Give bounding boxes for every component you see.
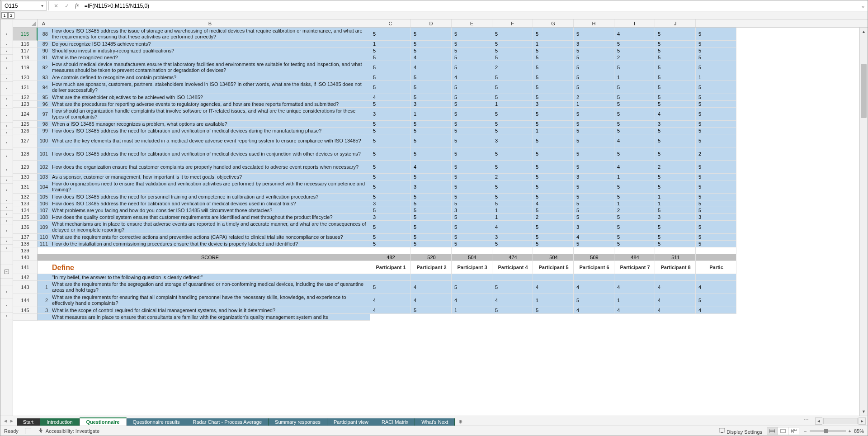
cell[interactable]: 5 <box>411 47 452 54</box>
cell[interactable]: How does ISO 13485 address the need for … <box>50 128 370 134</box>
row-header[interactable]: 143 <box>13 281 38 294</box>
cell[interactable]: 5 <box>614 41 655 47</box>
cell[interactable]: 2 <box>614 54 655 61</box>
cell[interactable]: 1 <box>655 194 696 200</box>
cell[interactable]: 5 <box>655 54 696 61</box>
col-header-A[interactable]: A <box>38 19 50 27</box>
outline-collapse-button[interactable]: − <box>0 265 13 279</box>
cell[interactable]: 5 <box>696 61 736 74</box>
outline-level-2[interactable]: 2 <box>8 12 14 19</box>
row-header[interactable]: 125 <box>13 121 38 128</box>
cell[interactable]: 5 <box>655 41 696 47</box>
cell[interactable]: 5 <box>533 147 574 161</box>
cell[interactable]: 5 <box>452 61 492 74</box>
cell[interactable]: 92 <box>38 61 50 74</box>
cell[interactable]: 5 <box>574 128 614 134</box>
cell[interactable]: 4 <box>452 294 492 307</box>
cell[interactable]: 90 <box>38 47 50 54</box>
cell[interactable]: 104 <box>38 180 50 194</box>
cell[interactable]: 5 <box>696 47 736 54</box>
cell[interactable]: 3 <box>533 101 574 108</box>
cell[interactable]: 99 <box>38 128 50 134</box>
cell[interactable]: 5 <box>452 147 492 161</box>
cell[interactable]: How does ISO 13485 address the need for … <box>50 194 370 200</box>
cell[interactable]: 5 <box>696 54 736 61</box>
cell[interactable]: 4 <box>533 200 574 207</box>
cell[interactable]: 5 <box>655 28 696 41</box>
cell[interactable] <box>492 274 533 281</box>
cell[interactable]: 5 <box>574 61 614 74</box>
vertical-scrollbar[interactable]: ▲ ▼ <box>859 28 868 416</box>
cell[interactable] <box>370 274 411 281</box>
cell[interactable]: 5 <box>696 161 736 174</box>
cell[interactable]: 3 <box>492 134 533 147</box>
cell[interactable]: 5 <box>452 108 492 121</box>
cell[interactable]: 5 <box>370 194 411 200</box>
cell[interactable]: 5 <box>574 200 614 207</box>
row-header[interactable]: 135 <box>13 214 38 221</box>
cell[interactable] <box>452 274 492 281</box>
cell[interactable]: Participant 1 <box>370 261 411 274</box>
cell[interactable]: 5 <box>492 121 533 128</box>
cell[interactable]: How do organizations need to ensure that… <box>50 180 370 194</box>
cell[interactable]: 5 <box>696 207 736 214</box>
cell[interactable]: 5 <box>411 28 452 41</box>
cell[interactable]: 5 <box>370 134 411 147</box>
cell[interactable]: 5 <box>533 28 574 41</box>
cell[interactable]: 5 <box>370 47 411 54</box>
row-header[interactable]: 138 <box>13 241 38 247</box>
cell[interactable]: 5 <box>370 147 411 161</box>
cell[interactable]: 5 <box>492 147 533 161</box>
cell[interactable]: Participant 8 <box>655 261 696 274</box>
cell[interactable]: When a ISO 13485 manager recognizes a pr… <box>50 121 370 128</box>
cell[interactable]: 1 <box>370 41 411 47</box>
cell[interactable]: 504 <box>452 254 492 261</box>
col-header-J[interactable]: J <box>655 19 696 27</box>
cell[interactable]: 4 <box>370 307 411 314</box>
col-header-F[interactable]: F <box>492 19 533 27</box>
cell[interactable]: 5 <box>411 207 452 214</box>
cell[interactable]: 5 <box>696 200 736 207</box>
cell[interactable]: 1 <box>452 307 492 314</box>
cell[interactable]: 5 <box>492 74 533 81</box>
cell[interactable]: 5 <box>411 147 452 161</box>
cell[interactable]: 5 <box>452 161 492 174</box>
add-sheet-button[interactable]: ⊕ <box>455 418 466 426</box>
cell[interactable]: 509 <box>574 254 614 261</box>
cell[interactable]: 5 <box>492 108 533 121</box>
cell[interactable]: 5 <box>370 101 411 108</box>
cell[interactable]: 1 <box>696 74 736 81</box>
cell[interactable]: Should you invest in industry-recognized… <box>50 47 370 54</box>
cell[interactable]: 5 <box>614 214 655 221</box>
cell[interactable]: 1 <box>492 207 533 214</box>
cell[interactable]: 5 <box>574 28 614 41</box>
row-header[interactable]: 121 <box>13 81 38 94</box>
cell[interactable]: 5 <box>492 28 533 41</box>
cell[interactable]: 102 <box>38 161 50 174</box>
col-header-D[interactable]: D <box>411 19 452 27</box>
sheet-tab[interactable]: Start <box>17 418 40 426</box>
cell[interactable]: 4 <box>614 28 655 41</box>
view-page-break-button[interactable] <box>788 427 799 435</box>
fx-icon[interactable]: fx <box>75 2 79 9</box>
cell[interactable]: 5 <box>370 121 411 128</box>
cell[interactable]: 5 <box>533 54 574 61</box>
cell[interactable]: 1 <box>574 101 614 108</box>
col-header-H[interactable]: H <box>574 19 614 27</box>
cell[interactable]: 5 <box>614 128 655 134</box>
cell[interactable]: 4 <box>411 294 452 307</box>
cell[interactable]: 5 <box>411 121 452 128</box>
cell[interactable]: 5 <box>452 28 492 41</box>
cell[interactable]: 4 <box>492 221 533 234</box>
cell[interactable]: 5 <box>655 74 696 81</box>
cell[interactable]: Define <box>50 261 370 274</box>
col-header-G[interactable]: G <box>533 19 574 27</box>
cell[interactable]: 97 <box>38 108 50 121</box>
cell[interactable]: What problems are you facing and how do … <box>50 207 370 214</box>
cell[interactable]: 101 <box>38 147 50 161</box>
cell[interactable]: 5 <box>452 214 492 221</box>
cell[interactable]: 5 <box>492 194 533 200</box>
cell[interactable]: 511 <box>655 254 696 261</box>
cell[interactable]: 2 <box>696 147 736 161</box>
row-header[interactable]: 117 <box>13 47 38 54</box>
